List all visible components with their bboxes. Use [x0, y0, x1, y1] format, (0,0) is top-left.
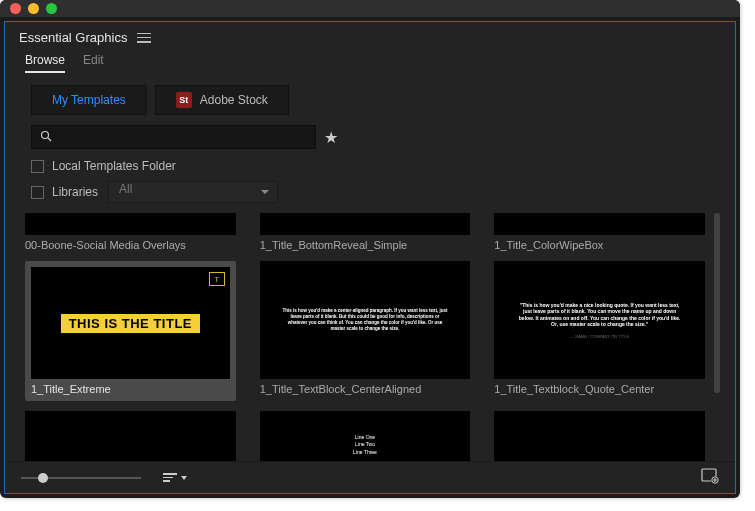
template-preview-lines: Line One Line Two Line Three	[353, 434, 377, 457]
template-thumbnail	[260, 213, 471, 235]
template-label: 1_Title_TextBlock_CenterAligned	[260, 383, 471, 395]
template-thumbnail	[494, 213, 705, 235]
scrollbar[interactable]	[713, 213, 721, 461]
check-local-templates[interactable]: Local Templates Folder	[31, 159, 709, 173]
chevron-down-icon	[181, 476, 187, 480]
scrollbar-thumb[interactable]	[714, 213, 720, 393]
titlebar	[0, 0, 740, 17]
template-preview-body: "This is how you'd make a nice looking q…	[518, 302, 681, 328]
svg-point-0	[42, 131, 49, 138]
template-item[interactable]: This is how you'd make a center-aligned …	[260, 261, 471, 401]
template-item[interactable]: 00-Boone-Social Media Overlays	[25, 213, 236, 251]
libraries-select[interactable]: All	[108, 181, 278, 203]
template-thumbnail	[25, 411, 236, 461]
thumbnail-size-slider[interactable]	[21, 477, 141, 479]
filter-my-templates[interactable]: My Templates	[31, 85, 147, 115]
close-window-button[interactable]	[10, 3, 21, 14]
panel-title: Essential Graphics	[19, 30, 127, 45]
svg-line-1	[48, 138, 51, 141]
panel-menu-icon[interactable]	[137, 33, 151, 43]
template-item[interactable]	[25, 411, 236, 461]
template-label: 1_Title_Extreme	[31, 383, 230, 395]
sort-icon	[163, 473, 177, 482]
favorite-filter-icon[interactable]: ★	[324, 128, 338, 147]
template-label: 1_Title_BottomReveal_Simple	[260, 239, 471, 251]
search-icon	[40, 130, 52, 145]
template-thumbnail	[494, 411, 705, 461]
template-item-selected[interactable]: T THIS IS THE TITLE 1_Title_Extreme	[25, 261, 236, 401]
template-label: 1_Title_ColorWipeBox	[494, 239, 705, 251]
template-label: 1_Title_Textblock_Quote_Center	[494, 383, 705, 395]
template-thumbnail: This is how you'd make a center-aligned …	[260, 261, 471, 379]
template-preview-body: This is how you'd make a center-aligned …	[282, 308, 449, 331]
checkbox-libraries[interactable]	[31, 186, 44, 199]
minimize-window-button[interactable]	[28, 3, 39, 14]
search-input[interactable]	[58, 130, 307, 144]
filter-adobe-stock[interactable]: St Adobe Stock	[155, 85, 289, 115]
template-thumbnail: "This is how you'd make a nice looking q…	[494, 261, 705, 379]
template-item[interactable]: "This is how you'd make a nice looking q…	[494, 261, 705, 401]
new-item-button[interactable]	[701, 468, 719, 487]
template-preview-subtitle: — NAME / COMPANY OR TITLE	[570, 334, 629, 339]
template-item[interactable]: Line One Line Two Line Three	[260, 411, 471, 461]
template-thumbnail	[25, 213, 236, 235]
maximize-window-button[interactable]	[46, 3, 57, 14]
template-thumbnail: Line One Line Two Line Three	[260, 411, 471, 461]
template-preview-title: THIS IS THE TITLE	[61, 314, 200, 333]
tab-edit[interactable]: Edit	[83, 53, 104, 73]
search-field[interactable]	[31, 125, 316, 149]
template-thumbnail: T THIS IS THE TITLE	[31, 267, 230, 379]
template-item[interactable]: 1_Title_BottomReveal_Simple	[260, 213, 471, 251]
slider-knob[interactable]	[38, 473, 48, 483]
template-item[interactable]	[494, 411, 705, 461]
adobe-stock-icon: St	[176, 92, 192, 108]
checkbox-local-templates[interactable]	[31, 160, 44, 173]
check-libraries[interactable]: Libraries	[31, 185, 98, 199]
template-label: 00-Boone-Social Media Overlays	[25, 239, 236, 251]
typography-icon: T	[209, 272, 225, 286]
tab-browse[interactable]: Browse	[25, 53, 65, 73]
sort-button[interactable]	[163, 473, 187, 482]
template-item[interactable]: 1_Title_ColorWipeBox	[494, 213, 705, 251]
